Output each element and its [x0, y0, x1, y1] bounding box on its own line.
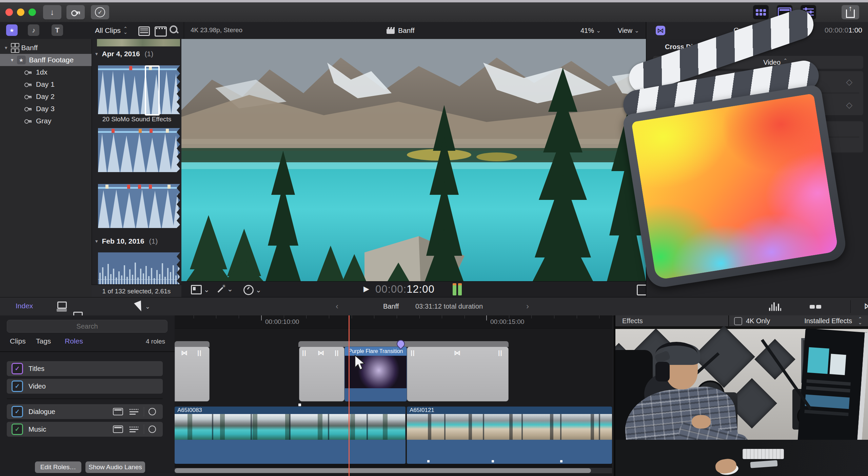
installed-effects-dropdown[interactable]: Installed Effects — [804, 317, 852, 325]
four-k-only-label: 4K Only — [746, 317, 770, 325]
browser-clip-waveform-4[interactable] — [98, 252, 180, 286]
audio-waveform-thumbnail — [98, 184, 180, 228]
checkbox-checked[interactable]: ✓ — [12, 363, 23, 374]
viewer-enhancements-menu[interactable]: ⌄ — [217, 285, 233, 293]
disclosure-triangle-icon[interactable]: ▾ — [11, 57, 14, 63]
foam-panel — [693, 326, 755, 388]
scrollbar-track[interactable] — [175, 468, 612, 473]
disclosure-triangle-icon[interactable]: ▾ — [95, 51, 98, 57]
previous-timeline-button[interactable]: ‹ — [336, 302, 338, 311]
viewer-timecode[interactable]: 00:00:12:00 — [375, 283, 435, 295]
tab-tags[interactable]: Tags — [36, 337, 51, 345]
minimize-window-button[interactable] — [17, 8, 24, 16]
sidebar-item-keyword[interactable]: Gray — [0, 115, 92, 127]
clip-label: 20 SloMo Sound Effects — [92, 116, 182, 123]
show-audio-lanes-button[interactable]: Show Audio Lanes — [85, 461, 145, 473]
transition-clip-selected[interactable]: Purple Flare Transition — [344, 347, 407, 401]
show-lanes-icon[interactable] — [130, 409, 138, 415]
connect-edit-button[interactable] — [56, 302, 67, 312]
show-browser-button[interactable] — [753, 5, 769, 19]
role-row-titles[interactable]: ✓ Titles — [7, 361, 163, 376]
edit-roles-button[interactable]: Edit Roles… — [35, 461, 81, 473]
tab-clips[interactable]: Clips — [10, 337, 26, 345]
list-view-button[interactable] — [138, 26, 150, 36]
sidebar-item-event-selected[interactable]: ▾ ★ Banff Footage — [0, 54, 92, 66]
minimize-lane-icon[interactable] — [113, 408, 123, 415]
search-input[interactable] — [7, 320, 167, 333]
browser-clip-sound-effects[interactable] — [98, 65, 180, 116]
search-button[interactable] — [171, 26, 177, 33]
viewer-view-dropdown[interactable]: View ⌄ — [618, 22, 639, 39]
updown-chevron-icon: ⌃⌄ — [858, 317, 862, 324]
clip-filter-dropdown[interactable]: All Clips ⌃⌄ — [95, 22, 127, 39]
snapping-button[interactable] — [810, 305, 821, 309]
checkbox-checked[interactable]: ✓ — [12, 423, 23, 435]
role-row-video[interactable]: ✓ Video — [7, 379, 163, 394]
browser-group-header[interactable]: ▾ Feb 10, 2016 (1) — [95, 237, 158, 245]
checkbox-checked[interactable]: ✓ — [12, 380, 23, 392]
viewer-crop-menu[interactable]: ⌄ — [191, 285, 210, 294]
sidebar-item-keyword[interactable]: Day 3 — [0, 103, 92, 115]
event-star-icon: ★ — [17, 56, 26, 64]
webcam-video-overlay — [614, 326, 868, 476]
divider — [184, 22, 184, 39]
filmstrip-view-button[interactable] — [155, 26, 167, 37]
audio-skimming-button[interactable] — [769, 302, 781, 311]
pause-badge-icon: || — [335, 349, 339, 356]
browser-clip-waveform-2[interactable] — [98, 128, 180, 173]
share-button[interactable]: ↑ — [842, 5, 859, 19]
clip-thumbnail-partial[interactable] — [97, 39, 180, 46]
play-icon: ▶ — [363, 285, 369, 293]
chevron-down-icon: ⌄ — [596, 27, 601, 34]
focus-role-button[interactable] — [149, 408, 156, 415]
sidebar-item-keyword[interactable]: Day 1 — [0, 78, 92, 90]
sidebar-item-keyword[interactable]: 1dx — [0, 66, 92, 78]
clip-range-selection[interactable] — [145, 65, 160, 116]
disclosure-triangle-icon[interactable]: ▾ — [95, 238, 98, 244]
sidebar-item-library[interactable]: ▾ Banff — [0, 42, 92, 54]
effects-title: Effects — [622, 317, 643, 325]
transition-badge-icon: ⋈ — [181, 349, 188, 357]
title-clip[interactable]: || ⋈ || — [407, 347, 509, 401]
focus-role-button[interactable] — [149, 426, 156, 433]
video-clip-a65i0083[interactable]: A65I0083 — [175, 407, 406, 464]
zoom-window-button[interactable] — [28, 8, 36, 16]
minimize-lane-icon[interactable] — [113, 426, 123, 433]
tab-roles-active[interactable]: Roles — [65, 337, 83, 345]
transitions-browser-button[interactable]: ⋈ — [864, 301, 868, 311]
storyline-bar[interactable] — [175, 341, 210, 347]
updown-chevron-icon: ⌃⌄ — [123, 27, 128, 34]
titles-generators-sidebar-button[interactable]: T — [52, 24, 63, 36]
playhead[interactable] — [349, 315, 350, 476]
timeline-index-panel: Clips Tags Roles 4 roles ✓ Titles ✓ Vide… — [0, 315, 175, 476]
title-clip[interactable]: ⋈ || — [175, 347, 210, 401]
background-tasks-button[interactable]: ✓ — [91, 5, 109, 19]
sidebar-item-keyword[interactable]: Day 2 — [0, 90, 92, 103]
timeline[interactable]: 00:00:10:00 00:00:15:00 ⋈ || || ⋈ || Pur… — [175, 315, 612, 476]
library-clapper-icon[interactable]: ★ — [6, 24, 18, 36]
viewer-zoom-dropdown[interactable]: 41% ⌄ — [580, 22, 601, 39]
keyword-editor-button[interactable] — [66, 5, 85, 19]
import-media-button[interactable]: ↓ — [43, 5, 61, 19]
title-clip[interactable]: || ⋈ || — [299, 347, 344, 401]
photos-audio-sidebar-button[interactable]: ♪ — [28, 24, 39, 36]
browser-group-header[interactable]: ▾ Apr 4, 2016 (1) — [95, 50, 153, 58]
play-button[interactable]: ▶ — [363, 285, 369, 293]
tool-palette-dropdown[interactable]: ⌄ — [136, 302, 150, 312]
next-timeline-button[interactable]: › — [526, 302, 529, 311]
checkbox-unchecked[interactable] — [734, 317, 742, 325]
checkbox-checked[interactable]: ✓ — [12, 406, 23, 417]
video-clip-a65i0121[interactable]: A65I0121 — [407, 407, 612, 464]
timeline-ruler[interactable]: 00:00:10:00 00:00:15:00 — [175, 315, 612, 329]
disclosure-triangle-icon[interactable]: ▾ — [5, 45, 7, 51]
viewer-retime-menu[interactable]: ⌄ — [243, 285, 261, 295]
index-button[interactable]: Index — [16, 302, 33, 310]
browser-clip-waveform-3[interactable] — [98, 184, 180, 229]
chevron-down-icon: ⌄ — [227, 285, 233, 293]
scrollbar-thumb[interactable] — [175, 468, 591, 473]
close-window-button[interactable] — [5, 8, 13, 16]
show-lanes-icon[interactable] — [130, 426, 138, 432]
role-row-dialogue[interactable]: ✓ Dialogue — [7, 404, 163, 419]
audio-meters[interactable] — [453, 283, 462, 295]
role-row-music[interactable]: ✓ Music — [7, 422, 163, 437]
